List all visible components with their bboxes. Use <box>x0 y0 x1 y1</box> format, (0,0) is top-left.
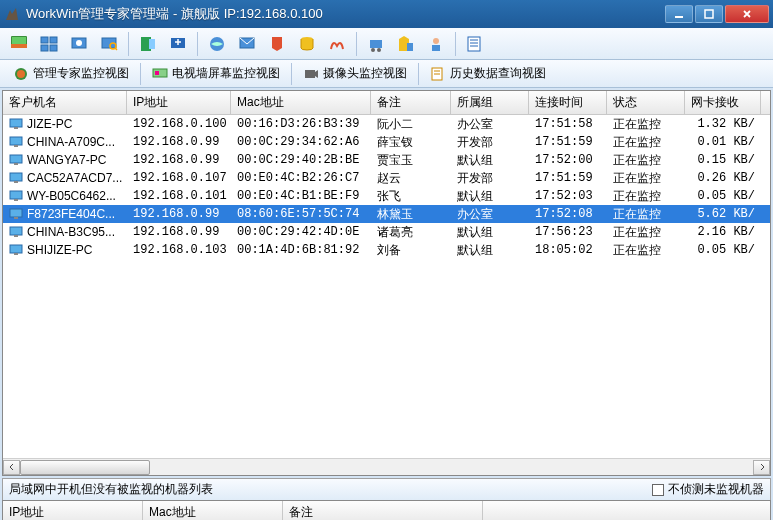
toolbar-btn-15[interactable] <box>462 31 488 57</box>
toolbar-btn-12[interactable] <box>363 31 389 57</box>
svg-rect-26 <box>432 45 440 51</box>
cell-ip: 192.168.0.107 <box>127 170 231 186</box>
svg-rect-34 <box>155 71 159 75</box>
svg-rect-49 <box>10 209 22 217</box>
svg-rect-45 <box>10 173 22 181</box>
cell-rx: 1.32 KB/ <box>685 116 761 132</box>
col-ip[interactable]: IP地址 <box>127 91 231 114</box>
col-client-name[interactable]: 客户机名 <box>3 91 127 114</box>
table-row[interactable]: SHIJIZE-PC192.168.0.10300:1A:4D:6B:81:92… <box>3 241 770 259</box>
bottom-col-mac[interactable]: Mac地址 <box>143 501 283 520</box>
toolbar-btn-4[interactable] <box>96 31 122 57</box>
cell-name: WY-B05C6462... <box>3 188 127 204</box>
table-row[interactable]: JIZE-PC192.168.0.10000:16:D3:26:B3:39阮小二… <box>3 115 770 133</box>
minimize-button[interactable] <box>665 5 693 23</box>
cell-mac: 00:E0:4C:B1:BE:F9 <box>231 188 371 204</box>
cell-ip: 192.168.0.99 <box>127 152 231 168</box>
svg-point-21 <box>371 48 375 52</box>
cell-time: 17:51:59 <box>529 170 607 186</box>
svg-rect-51 <box>10 227 22 235</box>
toolbar-btn-6[interactable] <box>165 31 191 57</box>
scroll-right-button[interactable] <box>753 460 770 475</box>
unmonitored-panel: 局域网中开机但没有被监视的机器列表 不侦测未监视机器 IP地址 Mac地址 备注 <box>2 478 771 520</box>
no-detect-checkbox[interactable]: 不侦测未监视机器 <box>652 481 764 498</box>
toolbar-btn-3[interactable] <box>66 31 92 57</box>
table-row[interactable]: CHINA-B3C95...192.168.0.9900:0C:29:42:4D… <box>3 223 770 241</box>
bottom-col-remark[interactable]: 备注 <box>283 501 483 520</box>
toolbar-btn-5[interactable] <box>135 31 161 57</box>
table-row[interactable]: F8723FE404C...192.168.0.9908:60:6E:57:5C… <box>3 205 770 223</box>
cell-rx: 0.15 KB/ <box>685 152 761 168</box>
svg-rect-20 <box>370 40 382 48</box>
table-row[interactable]: WANGYA7-PC192.168.0.9900:0C:29:40:2B:BE贾… <box>3 151 770 169</box>
cell-rx: 2.16 KB/ <box>685 224 761 240</box>
history-icon <box>430 66 446 82</box>
scroll-thumb[interactable] <box>20 460 150 475</box>
maximize-button[interactable] <box>695 5 723 23</box>
tab-history-view[interactable]: 历史数据查询视图 <box>423 62 553 85</box>
client-grid: 客户机名 IP地址 Mac地址 备注 所属组 连接时间 状态 网卡接收 JIZE… <box>2 90 771 476</box>
toolbar-btn-7[interactable] <box>204 31 230 57</box>
svg-rect-8 <box>50 45 57 51</box>
cell-remark: 诸葛亮 <box>371 223 451 242</box>
svg-rect-39 <box>10 119 22 127</box>
col-remark[interactable]: 备注 <box>371 91 451 114</box>
toolbar-btn-13[interactable] <box>393 31 419 57</box>
cell-remark: 薛宝钗 <box>371 133 451 152</box>
tab-camera-view[interactable]: 摄像头监控视图 <box>296 62 414 85</box>
cell-name: WANGYA7-PC <box>3 152 127 168</box>
bottom-col-ip[interactable]: IP地址 <box>3 501 143 520</box>
cell-group: 办公室 <box>451 115 529 134</box>
tab-tvwall-view[interactable]: 电视墙屏幕监控视图 <box>145 62 287 85</box>
svg-rect-6 <box>50 37 57 43</box>
cell-mac: 00:0C:29:34:62:A6 <box>231 134 371 150</box>
col-connect-time[interactable]: 连接时间 <box>529 91 607 114</box>
tab-monitor-view[interactable]: 管理专家监控视图 <box>6 62 136 85</box>
cell-name: CHINA-B3C95... <box>3 224 127 240</box>
checkbox-icon <box>652 484 664 496</box>
scroll-left-button[interactable] <box>3 460 20 475</box>
toolbar-btn-8[interactable] <box>234 31 260 57</box>
toolbar-btn-14[interactable] <box>423 31 449 57</box>
table-row[interactable]: CAC52A7ACD7...192.168.0.10700:E0:4C:B2:2… <box>3 169 770 187</box>
toolbar-btn-1[interactable] <box>6 31 32 57</box>
table-row[interactable]: WY-B05C6462...192.168.0.10100:E0:4C:B1:B… <box>3 187 770 205</box>
close-button[interactable] <box>725 5 769 23</box>
grid-body[interactable]: JIZE-PC192.168.0.10000:16:D3:26:B3:39阮小二… <box>3 115 770 458</box>
svg-rect-50 <box>14 217 18 219</box>
cell-status: 正在监控 <box>607 187 685 206</box>
svg-rect-41 <box>10 137 22 145</box>
scroll-track[interactable] <box>20 460 753 475</box>
toolbar-btn-2[interactable] <box>36 31 62 57</box>
cell-ip: 192.168.0.99 <box>127 224 231 240</box>
table-row[interactable]: CHINA-A709C...192.168.0.9900:0C:29:34:62… <box>3 133 770 151</box>
cell-group: 办公室 <box>451 205 529 224</box>
cell-group: 开发部 <box>451 169 529 188</box>
cell-name: CHINA-A709C... <box>3 134 127 150</box>
cell-ip: 192.168.0.99 <box>127 206 231 222</box>
cell-rx: 0.01 KB/ <box>685 134 761 150</box>
toolbar-btn-11[interactable] <box>324 31 350 57</box>
svg-rect-42 <box>14 145 18 147</box>
toolbar-btn-10[interactable] <box>294 31 320 57</box>
cell-mac: 00:E0:4C:B2:26:C7 <box>231 170 371 186</box>
svg-point-32 <box>17 70 25 78</box>
col-group[interactable]: 所属组 <box>451 91 529 114</box>
col-status[interactable]: 状态 <box>607 91 685 114</box>
toolbar-btn-9[interactable] <box>264 31 290 57</box>
cell-group: 默认组 <box>451 151 529 170</box>
app-icon <box>4 6 20 22</box>
titlebar: WorkWin管理专家管理端 - 旗舰版 IP:192.168.0.100 <box>0 0 773 28</box>
cell-ip: 192.168.0.100 <box>127 116 231 132</box>
cell-group: 开发部 <box>451 133 529 152</box>
cell-time: 17:52:00 <box>529 152 607 168</box>
cell-name: SHIJIZE-PC <box>3 242 127 258</box>
svg-rect-0 <box>675 16 683 18</box>
cell-remark: 阮小二 <box>371 115 451 134</box>
col-nic-rx[interactable]: 网卡接收 <box>685 91 761 114</box>
col-mac[interactable]: Mac地址 <box>231 91 371 114</box>
svg-rect-4 <box>11 44 27 48</box>
cell-name: CAC52A7ACD7... <box>3 170 127 186</box>
cell-status: 正在监控 <box>607 205 685 224</box>
cell-status: 正在监控 <box>607 151 685 170</box>
